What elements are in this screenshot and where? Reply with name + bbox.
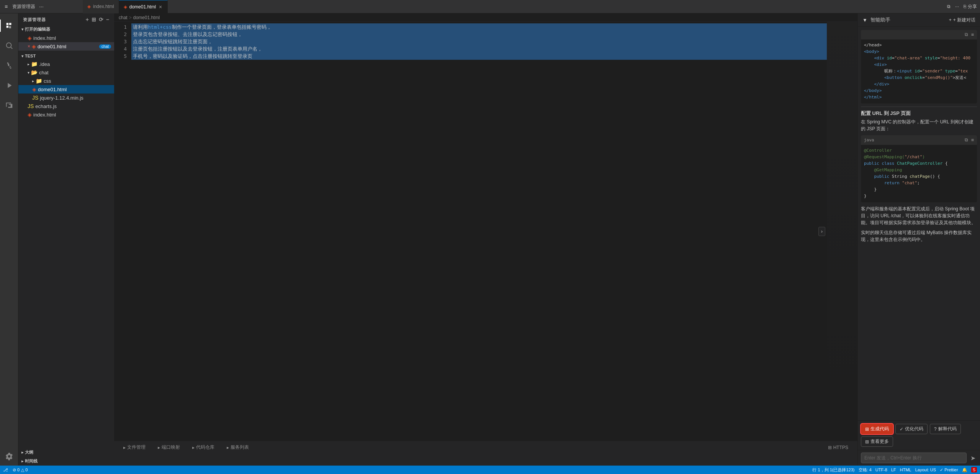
view-more-btn[interactable]: ⊞ 查看更多 bbox=[861, 436, 893, 447]
wrap-code-btn[interactable]: ≡ bbox=[971, 31, 974, 38]
css-folder-label: css bbox=[44, 78, 111, 84]
settings-activity-icon[interactable] bbox=[0, 447, 18, 466]
code-line-5: 手机号，密码以及验证码，点击注册按钮跳转至登录页 bbox=[131, 52, 827, 60]
ai-send-btn[interactable]: ➤ bbox=[969, 453, 977, 463]
encoding-status[interactable]: UTF-8 bbox=[875, 467, 887, 473]
source-control-activity-icon[interactable] bbox=[0, 56, 18, 75]
copy-java-btn[interactable]: ⧉ bbox=[965, 137, 968, 143]
open-file-index[interactable]: ◈ index.html bbox=[18, 34, 114, 42]
explorer-label: 资源管理器 bbox=[12, 3, 35, 10]
explain-code-btn[interactable]: ? 解释代码 bbox=[930, 424, 961, 434]
code-block-actions: ⧉ ≡ bbox=[965, 31, 974, 38]
echarts-label: echarts.js bbox=[35, 103, 111, 109]
chat-folder[interactable]: 📂 chat bbox=[18, 68, 114, 77]
idea-folder[interactable]: 📁 .idea bbox=[18, 60, 114, 68]
jquery-icon: JS bbox=[32, 95, 38, 101]
layout-status[interactable]: Layout: US bbox=[915, 467, 936, 473]
explain-icon: ? bbox=[934, 426, 937, 432]
editor-tabs: ◈ index.html ◈ dome01.html × bbox=[83, 0, 944, 13]
https-tab[interactable]: ⊞ HTTPS bbox=[823, 443, 853, 452]
root-index-file[interactable]: ◈ index.html bbox=[18, 110, 114, 119]
run-activity-icon[interactable] bbox=[0, 76, 18, 95]
notification-status[interactable]: 🔔 bbox=[962, 467, 967, 473]
line-ending-status[interactable]: LF bbox=[891, 467, 896, 473]
ai-desc-text-2: 实时的聊天信息存储可通过后端 MyBatis 操作数据库实现，这里未包含在示例代… bbox=[861, 229, 977, 243]
port-map-chevron: ▸ bbox=[158, 445, 160, 450]
bottom-tabs-left: ▸ 文件管理 ▸ 端口映射 ▸ 代码仓库 ▸ 服务列表 bbox=[119, 443, 817, 452]
line-num-3: 3 bbox=[114, 38, 127, 45]
service-list-tab[interactable]: ▸ 服务列表 bbox=[222, 443, 254, 452]
file-mgmt-chevron: ▸ bbox=[123, 445, 126, 450]
html-code-content: </head> <body> <div id="chat-area" style… bbox=[864, 42, 974, 100]
extensions-activity-icon[interactable] bbox=[0, 96, 18, 115]
bottom-tabs-right: ⊞ HTTPS bbox=[823, 443, 853, 452]
prettier-status[interactable]: ✓ Prettier bbox=[940, 467, 958, 473]
spaces-status[interactable]: 空格: 4 bbox=[859, 467, 872, 473]
editor-area: chat > dome01.html 1 2 3 4 5 请利用html+css… bbox=[114, 13, 857, 466]
tab-index-label: index.html bbox=[93, 4, 114, 9]
bottom-panels: ▸ 文件管理 ▸ 端口映射 ▸ 代码仓库 ▸ 服务列表 bbox=[114, 441, 857, 466]
test-section-title[interactable]: TEST bbox=[18, 52, 114, 60]
echarts-file[interactable]: JS echarts.js bbox=[18, 102, 114, 110]
status-right: 行 1，列 1(已选择123) 空格: 4 UTF-8 LF HTML Layo… bbox=[812, 467, 977, 473]
file-mgmt-tab[interactable]: ▸ 文件管理 bbox=[119, 443, 150, 452]
dome01-file[interactable]: ◈ dome01.html bbox=[18, 85, 114, 93]
language-status[interactable]: HTML bbox=[900, 467, 911, 473]
ai-desc-text: 客户端和服务端的基本配置完成后，启动 Spring Boot 项目，访问 URL… bbox=[861, 205, 977, 226]
jquery-file[interactable]: JS jquery-1.12.4.min.js bbox=[18, 93, 114, 102]
errors-label: ⊘ 0 bbox=[13, 467, 20, 472]
wrap-java-btn[interactable]: ≡ bbox=[971, 137, 974, 143]
scroll-right-btn[interactable]: › bbox=[818, 227, 825, 236]
line-num-2: 2 bbox=[114, 31, 127, 38]
git-branch-status[interactable]: ⎇ bbox=[3, 467, 8, 472]
open-file-dome[interactable]: × ◈ dome01.html chat bbox=[18, 42, 114, 51]
ai-chat-input[interactable] bbox=[861, 453, 967, 463]
line-num-4: 4 bbox=[114, 45, 127, 52]
share-btn[interactable]: ⎘ 分享 bbox=[964, 3, 977, 10]
ai-code-block-html: ⧉ ≡ </head> <body> <div id="chat-area" s… bbox=[861, 30, 977, 103]
share-icon: ⎘ bbox=[964, 4, 966, 9]
input-method-status[interactable]: S bbox=[971, 467, 977, 473]
explorer-activity-icon[interactable] bbox=[0, 16, 18, 35]
split-editor-btn[interactable]: ⧉ bbox=[947, 4, 951, 9]
notification-icon: 🔔 bbox=[962, 467, 967, 472]
git-icon: ⎇ bbox=[3, 467, 8, 472]
code-lib-tab[interactable]: ▸ 代码仓库 bbox=[188, 443, 219, 452]
more-icon: ⊞ bbox=[865, 439, 869, 444]
css-folder[interactable]: 📁 css bbox=[18, 77, 114, 85]
code-editor[interactable]: 请利用html+css制作一个登录页面，登录表单包括账号密码， 登录页包含登录按… bbox=[131, 22, 827, 441]
dome-html-icon: ◈ bbox=[32, 43, 36, 49]
row-col-status[interactable]: 行 1，列 1(已选择123) bbox=[812, 467, 854, 473]
copy-code-btn[interactable]: ⧉ bbox=[965, 31, 968, 38]
tab-close-btn[interactable]: × bbox=[158, 3, 163, 10]
idea-folder-icon: 📁 bbox=[31, 61, 38, 67]
outline-section-title[interactable]: 大纲 bbox=[18, 448, 114, 457]
tab-dome01-html[interactable]: ◈ dome01.html × bbox=[119, 0, 168, 13]
collapse-icon[interactable]: − bbox=[106, 16, 110, 23]
ai-panel-content[interactable]: ⧉ ≡ </head> <body> <div id="chat-area" s… bbox=[858, 27, 980, 420]
optimize-code-btn[interactable]: ✓ 优化代码 bbox=[895, 424, 928, 434]
new-file-icon[interactable]: + bbox=[86, 16, 89, 23]
java-lang-label: java bbox=[864, 137, 874, 143]
search-activity-icon[interactable] bbox=[0, 36, 18, 55]
dome-html-label: dome01.html bbox=[38, 44, 96, 49]
more-options-icon[interactable]: ··· bbox=[38, 3, 44, 10]
errors-status[interactable]: ⊘ 0 △ 0 bbox=[13, 467, 28, 472]
timeline-section-title[interactable]: 时间线 bbox=[18, 457, 114, 466]
port-map-tab[interactable]: ▸ 端口映射 bbox=[153, 443, 185, 452]
index-html-icon: ◈ bbox=[28, 35, 32, 41]
open-editors-title[interactable]: 打开的编辑器 bbox=[18, 25, 114, 34]
new-chat-btn[interactable]: + + 新建对话 bbox=[949, 17, 975, 23]
bottom-panel-tabs-row: ▸ 文件管理 ▸ 端口映射 ▸ 代码仓库 ▸ 服务列表 bbox=[114, 441, 857, 454]
generate-code-btn[interactable]: ⊞ 生成代码 bbox=[861, 424, 893, 434]
sidebar: 资源管理器 + ⊞ ⟳ − 打开的编辑器 ◈ index.html × ◈ do… bbox=[18, 13, 114, 466]
breadcrumb-chat[interactable]: chat bbox=[119, 15, 128, 20]
sidebar-header-icons: + ⊞ ⟳ − bbox=[86, 16, 110, 23]
title-bar-right: ⧉ ··· ⎘ 分享 bbox=[947, 3, 977, 10]
new-folder-icon[interactable]: ⊞ bbox=[92, 16, 97, 23]
refresh-icon[interactable]: ⟳ bbox=[99, 16, 104, 23]
tab-index-html[interactable]: ◈ index.html bbox=[83, 0, 119, 13]
test-chevron bbox=[21, 54, 23, 58]
more-btn[interactable]: ··· bbox=[955, 4, 959, 9]
breadcrumb-file[interactable]: dome01.html bbox=[133, 15, 160, 20]
